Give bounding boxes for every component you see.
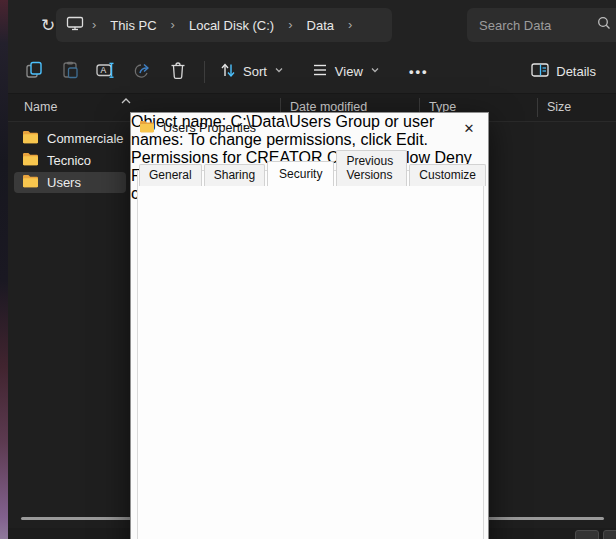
sort-label: Sort (243, 64, 267, 79)
details-label: Details (556, 64, 596, 79)
command-toolbar: A Sort View (8, 50, 616, 94)
folder-name: Users (47, 175, 81, 190)
tab-general[interactable]: General (139, 164, 202, 186)
copy-icon (24, 60, 44, 83)
address-bar[interactable]: › This PC › Local Disk (C:) › Data › (56, 8, 392, 42)
details-pane-icon (530, 61, 550, 82)
column-divider[interactable] (537, 98, 538, 117)
view-icon (311, 61, 329, 82)
svg-text:A: A (101, 65, 107, 75)
chevron-down-icon (369, 64, 381, 79)
breadcrumb-local-disk[interactable]: Local Disk (C:) (183, 16, 280, 35)
view-button[interactable]: View (305, 56, 387, 88)
search-placeholder: Search Data (479, 18, 596, 33)
tab-customize[interactable]: Customize (409, 164, 486, 186)
desktop-wallpaper-edge (0, 0, 8, 539)
share-button[interactable] (124, 56, 160, 88)
sort-icon (219, 61, 237, 82)
dialog-tabs: General Sharing Security Previous Versio… (139, 150, 488, 186)
folder-row-tecnico[interactable]: Tecnico (14, 150, 126, 171)
column-header-name[interactable]: Name (24, 100, 57, 114)
close-button[interactable]: ✕ (458, 117, 480, 139)
details-pane-button[interactable]: Details (524, 56, 602, 88)
dialog-title: Users Properties (163, 121, 256, 135)
dialog-title-bar[interactable]: Users Properties ✕ (131, 113, 488, 143)
search-icon (596, 15, 612, 35)
tab-sharing[interactable]: Sharing (204, 164, 265, 186)
folder-icon (22, 130, 39, 147)
sort-ascending-icon (120, 91, 132, 109)
tab-previous-versions[interactable]: Previous Versions (336, 150, 407, 186)
delete-button[interactable] (160, 56, 196, 88)
breadcrumb-this-pc[interactable]: This PC (104, 16, 162, 35)
paste-icon (60, 60, 80, 83)
chevron-right-icon: › (169, 17, 177, 32)
close-icon: ✕ (464, 121, 475, 136)
tab-security[interactable]: Security (267, 161, 334, 186)
chevron-right-icon: › (346, 17, 354, 32)
rename-icon: A (95, 60, 117, 83)
folder-row-commerciale[interactable]: Commerciale (14, 128, 126, 149)
address-bar-row: ↻ › This PC › Local Disk (C:) › Data › S… (8, 0, 616, 50)
search-box[interactable]: Search Data (467, 8, 616, 42)
thumbnail-view-toggle-button[interactable] (603, 530, 616, 539)
sort-button[interactable]: Sort (213, 56, 291, 88)
share-icon (132, 60, 152, 83)
breadcrumb-data[interactable]: Data (301, 16, 340, 35)
copy-button[interactable] (16, 56, 52, 88)
refresh-icon: ↻ (41, 15, 55, 36)
security-tab-page (137, 170, 484, 539)
users-properties-dialog: Users Properties ✕ General Sharing Secur… (130, 112, 489, 539)
more-options-button[interactable]: ••• (401, 56, 437, 88)
this-pc-icon (66, 16, 84, 35)
chevron-right-icon: › (286, 17, 294, 32)
folder-icon (139, 119, 155, 137)
folder-icon (22, 174, 39, 191)
folder-row-users[interactable]: Users (14, 172, 126, 193)
folder-name: Commerciale (47, 131, 124, 146)
trash-icon (168, 60, 188, 83)
chevron-right-icon: › (90, 17, 98, 32)
toolbar-divider (204, 61, 205, 83)
folder-name: Tecnico (47, 153, 91, 168)
rename-button[interactable]: A (88, 56, 124, 88)
column-header-size[interactable]: Size (547, 100, 571, 114)
view-label: View (335, 64, 363, 79)
folder-icon (22, 152, 39, 169)
chevron-down-icon (273, 64, 285, 79)
ellipsis-icon: ••• (409, 64, 429, 79)
details-view-toggle-button[interactable] (575, 530, 599, 539)
paste-button[interactable] (52, 56, 88, 88)
